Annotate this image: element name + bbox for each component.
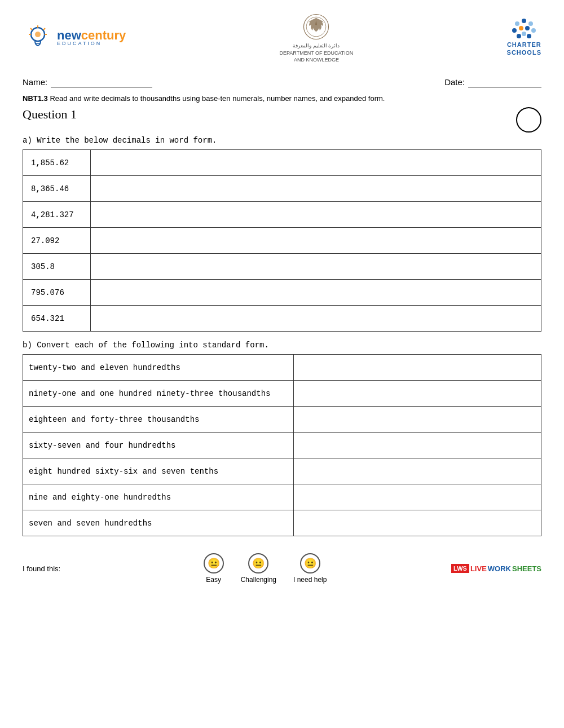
new-century-text: new century EDUCATION xyxy=(57,28,126,46)
need-help-face: 😐 xyxy=(300,553,320,573)
svg-point-14 xyxy=(519,26,523,30)
table-row: twenty-two and eleven hundredths xyxy=(23,355,541,381)
svg-point-18 xyxy=(522,32,526,36)
part-b-table: twenty-two and eleven hundredths ninety-… xyxy=(23,354,541,536)
challenging-item: 😐 Challenging xyxy=(241,553,276,584)
need-help-item: 😐 I need help xyxy=(293,553,327,584)
table-row: seven and seven hundredths xyxy=(23,510,541,536)
standard-text: Read and write decimals to thousandths u… xyxy=(50,94,385,103)
word-form-cell: sixty-seven and four hundredths xyxy=(23,433,294,458)
name-label: Name: xyxy=(23,77,47,87)
decimal-number-cell: 795.076 xyxy=(23,280,91,306)
word-form-cell: seven and seven hundredths xyxy=(23,510,294,536)
table-row: eight hundred sixty-six and seven tenths xyxy=(23,458,541,484)
question-header: Question 1 xyxy=(23,107,541,133)
new-century-logo-icon xyxy=(23,22,54,53)
svg-point-7 xyxy=(35,32,41,37)
challenging-label: Challenging xyxy=(241,576,276,584)
lws-sheets: SHEETS xyxy=(512,564,541,573)
standard-form-answer-cell[interactable] xyxy=(294,484,541,510)
svg-point-17 xyxy=(517,34,521,38)
date-input-line[interactable] xyxy=(468,77,541,87)
challenging-face: 😐 xyxy=(248,553,268,573)
question-title: Question 1 xyxy=(23,107,77,122)
svg-point-12 xyxy=(528,21,533,26)
lws-work: WORK xyxy=(488,564,511,573)
table-row: 4,281.327 xyxy=(23,202,541,228)
word-form-answer-cell[interactable] xyxy=(91,306,541,332)
date-label: Date: xyxy=(444,77,465,87)
svg-point-15 xyxy=(525,26,530,30)
table-row: 654.321 xyxy=(23,306,541,332)
table-row: nine and eighty-one hundredths xyxy=(23,484,541,510)
word-form-cell: eighteen and forty-three thousandths xyxy=(23,407,294,433)
svg-point-11 xyxy=(522,19,526,23)
decimal-number-cell: 4,281.327 xyxy=(23,202,91,228)
standard-form-answer-cell[interactable] xyxy=(294,381,541,407)
word-form-answer-cell[interactable] xyxy=(91,280,541,306)
charter-dots-icon xyxy=(509,18,540,41)
standard-label: NBT1.3 Read and write decimals to thousa… xyxy=(23,93,541,104)
word-form-cell: ninety-one and one hundred ninety-three … xyxy=(23,381,294,407)
lws-live: LIVE xyxy=(470,564,487,573)
part-b-label: b) Convert each of the following into st… xyxy=(23,341,541,350)
footer-emojis: 😐 Easy 😐 Challenging 😐 I need help xyxy=(79,553,451,584)
found-this-label: I found this: xyxy=(23,564,79,573)
decimal-number-cell: 1,855.62 xyxy=(23,150,91,176)
word-form-cell: twenty-two and eleven hundredths xyxy=(23,355,294,381)
svg-point-10 xyxy=(515,21,519,26)
new-century-logo: new century EDUCATION xyxy=(23,22,126,53)
table-row: 795.076 xyxy=(23,280,541,306)
standard-code: NBT1.3 xyxy=(23,94,48,103)
table-row: 1,855.62 xyxy=(23,150,541,176)
svg-point-16 xyxy=(531,28,536,33)
name-field: Name: xyxy=(23,77,152,87)
table-row: 27.092 xyxy=(23,228,541,254)
table-row: ninety-one and one hundred ninety-three … xyxy=(23,381,541,407)
svg-point-13 xyxy=(512,28,517,33)
decimal-number-cell: 27.092 xyxy=(23,228,91,254)
word-form-answer-cell[interactable] xyxy=(91,176,541,202)
standard-form-answer-cell[interactable] xyxy=(294,433,541,458)
word-form-cell: eight hundred sixty-six and seven tenths xyxy=(23,458,294,484)
word-form-cell: nine and eighty-one hundredths xyxy=(23,484,294,510)
decimal-number-cell: 8,365.46 xyxy=(23,176,91,202)
easy-label: Easy xyxy=(206,576,221,584)
part-a-label: a) Write the below decimals in word form… xyxy=(23,136,541,145)
svg-point-19 xyxy=(527,34,531,38)
name-input-line[interactable] xyxy=(51,77,152,87)
need-help-label: I need help xyxy=(293,576,327,584)
decimal-number-cell: 654.321 xyxy=(23,306,91,332)
table-row: 305.8 xyxy=(23,254,541,280)
word-form-answer-cell[interactable] xyxy=(91,202,541,228)
standard-form-answer-cell[interactable] xyxy=(294,510,541,536)
standard-form-answer-cell[interactable] xyxy=(294,407,541,433)
word-form-answer-cell[interactable] xyxy=(91,150,541,176)
lws-badge: LWS xyxy=(451,564,469,573)
department-emblem xyxy=(301,11,332,42)
standard-form-answer-cell[interactable] xyxy=(294,355,541,381)
score-circle xyxy=(516,107,541,133)
easy-item: 😐 Easy xyxy=(204,553,224,584)
charter-schools-logo: CHARTER SCHOOLS xyxy=(507,18,541,57)
easy-face: 😐 xyxy=(204,553,224,573)
table-row: sixty-seven and four hundredths xyxy=(23,433,541,458)
table-row: 8,365.46 xyxy=(23,176,541,202)
footer: I found this: 😐 Easy 😐 Challenging 😐 I n… xyxy=(23,548,541,584)
table-row: eighteen and forty-three thousandths xyxy=(23,407,541,433)
svg-line-5 xyxy=(30,28,32,30)
header: new century EDUCATION دائرة التعليم والم… xyxy=(23,11,541,69)
department-logo: دائرة التعليم والمعرفة DEPARTMENT OF EDU… xyxy=(280,11,354,64)
date-field: Date: xyxy=(444,77,541,87)
charter-schools-text: CHARTER SCHOOLS xyxy=(507,41,541,57)
arabic-text: دائرة التعليم والمعرفة DEPARTMENT OF EDU… xyxy=(280,42,354,64)
word-form-answer-cell[interactable] xyxy=(91,228,541,254)
standard-form-answer-cell[interactable] xyxy=(294,458,541,484)
svg-line-3 xyxy=(43,28,45,30)
name-date-row: Name: Date: xyxy=(23,77,541,87)
liveworksheets-logo: LWS LIVEWORKSHEETS xyxy=(451,564,541,573)
part-a-table: 1,855.62 8,365.46 4,281.327 27.092 305.8… xyxy=(23,149,541,332)
education-text: EDUCATION xyxy=(57,41,126,46)
word-form-answer-cell[interactable] xyxy=(91,254,541,280)
decimal-number-cell: 305.8 xyxy=(23,254,91,280)
